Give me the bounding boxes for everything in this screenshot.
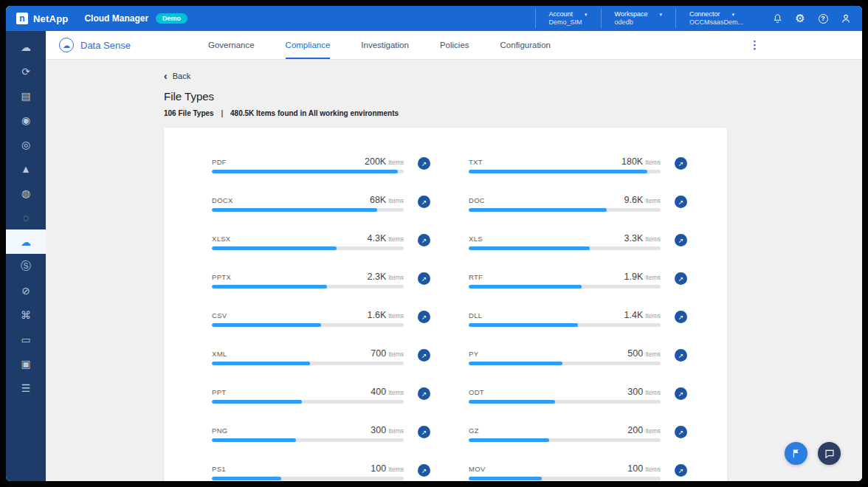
file-type-row: PPTX2.3KItems↗ — [212, 269, 430, 289]
file-type-label: PY — [469, 350, 478, 358]
notifications-bell-icon[interactable] — [771, 13, 783, 24]
file-type-label: CSV — [212, 311, 227, 320]
file-type-progress-bar — [212, 285, 404, 289]
file-type-row: ODT300Items↗ — [469, 384, 687, 404]
file-type-value: 4.3KItems — [368, 231, 404, 244]
workspace-selector[interactable]: Workspace▾odedb — [601, 9, 675, 28]
file-type-row: DLL1.4KItems↗ — [469, 308, 687, 327]
sidebar-item-governance[interactable]: ◌ — [6, 205, 46, 229]
file-type-label: XML — [212, 350, 227, 358]
sidebar-item-block-storage[interactable]: ⊘ — [6, 278, 46, 303]
sidebar-item-backup[interactable]: ◎ — [6, 132, 46, 156]
sidebar-item-edge-caching[interactable]: ☰ — [6, 376, 46, 400]
orchestration-icon: ⌘ — [21, 309, 31, 321]
file-type-label: DOCX — [212, 196, 233, 204]
sidebar-item-monitoring[interactable]: ◍ — [6, 181, 46, 205]
file-type-progress-bar — [469, 477, 661, 480]
account-selector[interactable]: Account▾Demo_SIM — [535, 9, 601, 28]
file-type-progress-bar — [469, 246, 661, 250]
demo-badge: Demo — [156, 13, 187, 24]
back-label: Back — [173, 72, 190, 80]
chevron-down-icon: ▾ — [732, 10, 735, 18]
file-type-label: XLS — [469, 235, 483, 243]
file-type-value: 68KItems — [370, 193, 404, 206]
file-type-label: ODT — [469, 388, 484, 396]
back-link[interactable]: ‹ Back — [164, 72, 208, 80]
open-file-type-button[interactable]: ↗ — [418, 464, 430, 477]
open-file-type-button[interactable]: ↗ — [418, 349, 430, 362]
page-subtitle: 106 File Types | 480.5K Items found in A… — [164, 109, 862, 117]
main-column: ☁ Data Sense GovernanceComplianceInvesti… — [46, 31, 862, 481]
file-type-progress-bar — [212, 438, 404, 442]
chat-support-button[interactable] — [818, 442, 841, 465]
open-file-type-button[interactable]: ↗ — [675, 196, 687, 208]
open-file-type-button[interactable]: ↗ — [675, 234, 687, 246]
brand-name: NetApp — [33, 13, 68, 24]
sidebar-item-cost[interactable]: Ⓢ — [6, 254, 46, 278]
open-file-type-button[interactable]: ↗ — [418, 387, 430, 400]
tab-compliance[interactable]: Compliance — [286, 31, 331, 59]
data-sense-name: Data Sense — [80, 40, 131, 51]
open-file-type-button[interactable]: ↗ — [418, 196, 430, 208]
file-type-label: PNG — [212, 426, 228, 435]
feedback-flag-button[interactable] — [785, 442, 807, 465]
connector-selector[interactable]: Connector▾OCCMsaasDem... — [675, 9, 757, 28]
connector-selector-value: OCCMsaasDem... — [689, 18, 743, 27]
tab-investigation[interactable]: Investigation — [361, 31, 409, 59]
backup-icon: ◎ — [21, 139, 30, 151]
sidebar-item-orchestration[interactable]: ⌘ — [6, 303, 46, 327]
file-type-label: PPT — [212, 388, 226, 396]
file-type-value: 100Items — [627, 461, 661, 474]
sidebar-item-migration[interactable]: ▭ — [6, 327, 46, 351]
file-type-value: 700Items — [371, 346, 404, 359]
tab-policies[interactable]: Policies — [440, 31, 469, 59]
open-file-type-button[interactable]: ↗ — [675, 387, 687, 400]
sidebar-item-tiering[interactable]: ▲ — [6, 156, 46, 181]
settings-gear-icon[interactable]: ⚙ — [794, 13, 806, 24]
classification-icon: ☁ — [21, 236, 31, 248]
file-type-row: PDF200KItems↗ — [212, 154, 430, 173]
sidebar-item-canvas[interactable]: ☁ — [6, 35, 46, 59]
open-file-type-button[interactable]: ↗ — [418, 157, 430, 170]
open-file-type-button[interactable]: ↗ — [675, 349, 687, 362]
block-storage-icon: ⊘ — [21, 285, 30, 297]
open-file-type-button[interactable]: ↗ — [675, 426, 687, 438]
nav-tabs: GovernanceComplianceInvestigationPolicie… — [208, 31, 551, 59]
open-file-type-button[interactable]: ↗ — [418, 426, 430, 438]
subheader: ☁ Data Sense GovernanceComplianceInvesti… — [46, 31, 862, 60]
file-type-progress-bar — [212, 400, 404, 404]
file-type-row: PS1100Items↗ — [212, 461, 430, 480]
sidebar-item-replication[interactable]: ⟳ — [6, 59, 46, 83]
file-type-progress-bar — [212, 323, 404, 327]
file-type-value: 300Items — [371, 423, 404, 436]
open-file-type-button[interactable]: ↗ — [675, 464, 687, 477]
help-icon[interactable]: ? — [817, 13, 829, 24]
file-type-progress-bar — [469, 400, 661, 404]
file-type-value: 3.3KItems — [624, 231, 661, 244]
open-file-type-button[interactable]: ↗ — [675, 272, 687, 285]
open-file-type-button[interactable]: ↗ — [418, 234, 430, 246]
more-options-kebab-icon[interactable]: ⋮ — [749, 38, 760, 52]
tab-configuration[interactable]: Configuration — [500, 31, 551, 59]
open-file-type-button[interactable]: ↗ — [418, 272, 430, 285]
sidebar-item-kubernetes[interactable]: ◉ — [6, 108, 46, 132]
file-type-label: PS1 — [212, 465, 226, 473]
sidebar-item-copy-sync[interactable]: ▣ — [6, 351, 46, 376]
file-types-column-right: TXT180KItems↗DOC9.6KItems↗XLS3.3KItems↗R… — [469, 154, 687, 481]
sidebar-item-classification[interactable]: ☁ — [6, 229, 46, 254]
governance-icon: ◌ — [23, 212, 29, 224]
open-file-type-button[interactable]: ↗ — [675, 157, 687, 170]
file-type-value: 180KItems — [621, 154, 661, 167]
user-account-icon[interactable] — [840, 13, 852, 24]
tab-governance[interactable]: Governance — [208, 31, 255, 59]
file-type-value: 200KItems — [365, 154, 404, 167]
back-chevron-icon: ‹ — [164, 72, 168, 80]
open-file-type-button[interactable]: ↗ — [675, 311, 687, 323]
open-file-type-button[interactable]: ↗ — [418, 311, 430, 323]
file-type-progress-bar — [469, 208, 661, 212]
sidebar-item-volumes[interactable]: ▤ — [6, 83, 46, 108]
product-name: Cloud Manager — [84, 13, 148, 24]
subtitle-separator: | — [221, 109, 223, 117]
data-sense-logo-icon: ☁ — [59, 38, 74, 52]
file-type-progress-bar — [469, 323, 661, 327]
